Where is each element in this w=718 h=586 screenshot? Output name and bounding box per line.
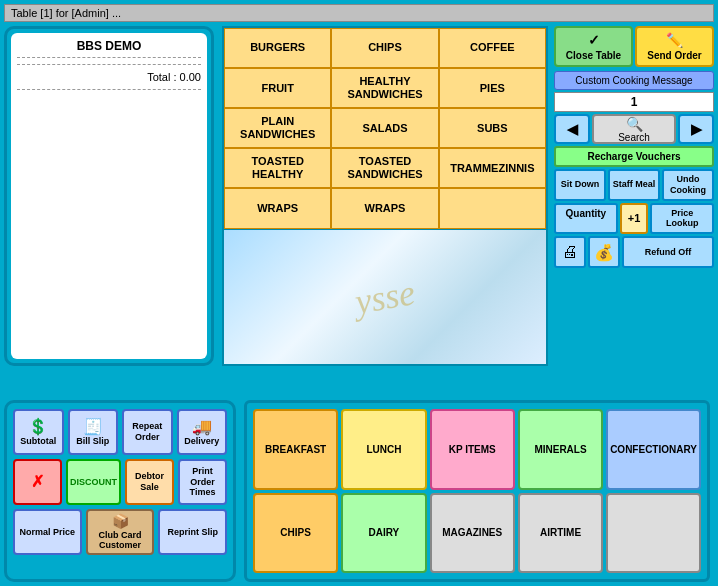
subtotal-button[interactable]: 💲 Subtotal <box>13 409 64 455</box>
club-card-label: Club Card Customer <box>90 530 151 552</box>
menu-btn-chips[interactable]: CHIPS <box>331 28 438 68</box>
menu-panel: BURGERS CHIPS COFFEE FRUIT HEALTHY SANDW… <box>222 26 548 366</box>
repeat-order-label: Repeat Order <box>126 421 169 443</box>
sit-down-label: Sit Down <box>561 179 600 189</box>
bottom-row-3: Normal Price 📦 Club Card Customer Reprin… <box>13 509 227 555</box>
quantity-display: 1 <box>554 92 714 112</box>
cooking-message-button[interactable]: Custom Cooking Message <box>554 71 714 90</box>
menu-btn-coffee[interactable]: COFFEE <box>439 28 546 68</box>
plus-one-label: +1 <box>628 212 641 224</box>
qty-row: Quantity +1 Price Lookup <box>554 203 714 235</box>
void-button[interactable]: ✗ <box>13 459 62 505</box>
bottom-right-row: 🖨 💰 Refund Off <box>554 236 714 268</box>
recharge-label: Recharge Vouchers <box>587 151 680 162</box>
menu-btn-wraps2[interactable]: WRAPS <box>331 188 438 228</box>
next-button[interactable]: ▶ <box>678 114 714 144</box>
prev-button[interactable]: ◀ <box>554 114 590 144</box>
staff-meal-label: Staff Meal <box>613 179 656 189</box>
cat-btn-kp-items[interactable]: KP ITEMS <box>430 409 515 490</box>
cat-btn-dairy[interactable]: DAIRY <box>341 493 426 574</box>
undo-cooking-label: Undo Cooking <box>670 174 706 195</box>
cat-btn-magazines[interactable]: MAGAZINES <box>430 493 515 574</box>
icon-btn-1[interactable]: 🖨 <box>554 236 586 268</box>
close-table-button[interactable]: ✓ Close Table <box>554 26 633 67</box>
discount-button[interactable]: DISCOUNT <box>66 459 121 505</box>
icon-btn-2[interactable]: 💰 <box>588 236 620 268</box>
menu-btn-salads[interactable]: SALADS <box>331 108 438 148</box>
cat-btn-breakfast[interactable]: BREAKFAST <box>253 409 338 490</box>
refund-off-label: Refund Off <box>645 247 692 257</box>
menu-btn-pies[interactable]: PIES <box>439 68 546 108</box>
receipt-title: BBS DEMO <box>17 39 201 58</box>
cat-btn-empty <box>606 493 701 574</box>
delivery-button[interactable]: 🚚 Delivery <box>177 409 228 455</box>
print-order-times-button[interactable]: Print Order Times <box>178 459 227 505</box>
right-panel: ✓ Close Table ✏️ Send Order Custom Cooki… <box>554 26 714 402</box>
quantity-label: Quantity <box>554 203 618 235</box>
club-card-button[interactable]: 📦 Club Card Customer <box>86 509 155 555</box>
receipt-total: Total : 0.00 <box>17 71 201 83</box>
cat-btn-airtime[interactable]: AIRTIME <box>518 493 603 574</box>
menu-btn-healthy-sandwiches[interactable]: HEALTHY SANDWICHES <box>331 68 438 108</box>
cat-btn-confectionary[interactable]: CONFECTIONARY <box>606 409 701 490</box>
cat-btn-minerals[interactable]: MINERALS <box>518 409 603 490</box>
action-grid: Sit Down Staff Meal Undo Cooking <box>554 169 714 201</box>
category-grid: BREAKFAST LUNCH KP ITEMS MINERALS CONFEC… <box>253 409 701 573</box>
menu-btn-burgers[interactable]: BURGERS <box>224 28 331 68</box>
send-order-button[interactable]: ✏️ Send Order <box>635 26 714 67</box>
reprint-slip-label: Reprint Slip <box>167 527 218 538</box>
refund-off-button[interactable]: Refund Off <box>622 236 714 268</box>
menu-btn-wraps1[interactable]: WRAPS <box>224 188 331 228</box>
send-order-label: Send Order <box>647 50 701 61</box>
receipt-panel: BBS DEMO Total : 0.00 <box>4 26 214 366</box>
nav-row: ◀ 🔍 Search ▶ <box>554 114 714 144</box>
menu-btn-plain-sandwiches[interactable]: PLAIN SANDWICHES <box>224 108 331 148</box>
menu-image-text: ysse <box>352 271 418 323</box>
recharge-vouchers-button[interactable]: Recharge Vouchers <box>554 146 714 167</box>
cat-btn-lunch[interactable]: LUNCH <box>341 409 426 490</box>
delivery-label: Delivery <box>184 436 219 447</box>
print-order-times-label: Print Order Times <box>182 466 223 498</box>
price-lookup-label: Price Lookup <box>666 208 699 229</box>
close-table-label: Close Table <box>566 50 621 61</box>
receipt-divider2 <box>17 89 201 90</box>
menu-image: ysse <box>224 230 546 364</box>
staff-meal-button[interactable]: Staff Meal <box>608 169 660 201</box>
receipt-divider <box>17 64 201 65</box>
menu-btn-trammezinnis[interactable]: TRAMMEZINNIS <box>439 148 546 188</box>
sit-down-button[interactable]: Sit Down <box>554 169 606 201</box>
menu-btn-subs[interactable]: SUBS <box>439 108 546 148</box>
normal-price-label: Normal Price <box>20 527 76 538</box>
search-button[interactable]: 🔍 Search <box>592 114 676 144</box>
reprint-slip-button[interactable]: Reprint Slip <box>158 509 227 555</box>
bottom-center-panel: BREAKFAST LUNCH KP ITEMS MINERALS CONFEC… <box>244 400 710 582</box>
plus-one-button[interactable]: +1 <box>620 203 649 235</box>
repeat-order-button[interactable]: Repeat Order <box>122 409 173 455</box>
cat-btn-chips[interactable]: CHIPS <box>253 493 338 574</box>
menu-btn-toasted-sandwiches[interactable]: TOASTED SANDWICHES <box>331 148 438 188</box>
subtotal-label: Subtotal <box>20 436 56 447</box>
bottom-row-1: 💲 Subtotal 🧾 Bill Slip Repeat Order 🚚 De… <box>13 409 227 455</box>
debtor-sale-label: Debtor Sale <box>129 471 170 493</box>
normal-price-button[interactable]: Normal Price <box>13 509 82 555</box>
bill-slip-button[interactable]: 🧾 Bill Slip <box>68 409 119 455</box>
bottom-left-panel: 💲 Subtotal 🧾 Bill Slip Repeat Order 🚚 De… <box>4 400 236 582</box>
undo-cooking-button[interactable]: Undo Cooking <box>662 169 714 201</box>
title-bar: Table [1] for [Admin] ... <box>4 4 714 22</box>
debtor-sale-button[interactable]: Debtor Sale <box>125 459 174 505</box>
right-top-buttons: ✓ Close Table ✏️ Send Order <box>554 26 714 67</box>
bill-slip-label: Bill Slip <box>76 436 109 447</box>
cooking-msg-label: Custom Cooking Message <box>575 75 692 86</box>
menu-btn-toasted-healthy[interactable]: TOASTED HEALTHY <box>224 148 331 188</box>
price-lookup-button[interactable]: Price Lookup <box>650 203 714 235</box>
search-label: Search <box>618 132 650 143</box>
receipt-inner: BBS DEMO Total : 0.00 <box>11 33 207 359</box>
window-title: Table [1] for [Admin] ... <box>11 7 121 19</box>
bottom-row-2: ✗ DISCOUNT Debtor Sale Print Order Times <box>13 459 227 505</box>
menu-btn-empty <box>439 188 546 228</box>
menu-btn-fruit[interactable]: FRUIT <box>224 68 331 108</box>
menu-grid: BURGERS CHIPS COFFEE FRUIT HEALTHY SANDW… <box>224 28 546 230</box>
